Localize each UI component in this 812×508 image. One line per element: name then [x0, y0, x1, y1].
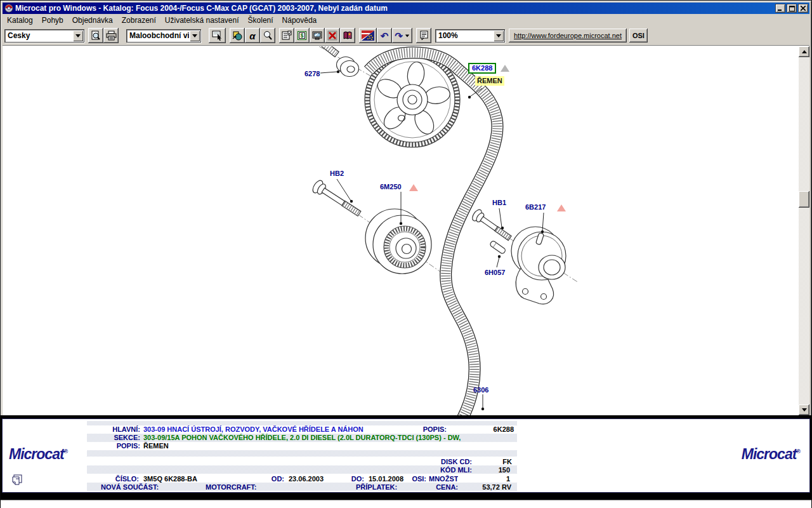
- redo-dropdown-arrow[interactable]: [405, 34, 409, 37]
- part-label-hb2[interactable]: HB2: [330, 170, 344, 177]
- kod-mli-label: KÓD MLI:: [383, 466, 472, 474]
- pin-6h057[interactable]: [489, 240, 506, 254]
- vertical-scrollbar[interactable]: [799, 46, 809, 415]
- toolbar: Cesky Maloobchodní vi: [3, 26, 809, 46]
- print-preview-button[interactable]: [88, 28, 103, 43]
- menu-uzivatelska-nastaveni[interactable]: Uživatelská nastavení: [160, 15, 244, 25]
- minimize-button[interactable]: [775, 4, 785, 13]
- menu-katalog[interactable]: Katalog: [3, 15, 37, 25]
- selected-part-name[interactable]: ŘEMEN: [475, 76, 504, 86]
- screen-view-button[interactable]: [310, 28, 325, 43]
- maximize-button[interactable]: [787, 4, 797, 13]
- mnozstvi-value: 1: [472, 475, 510, 483]
- row-sekce: SEKCE: 303-09/15A POHON VAČKOVÉHO HŘÍDEL…: [3, 434, 809, 442]
- view-mode-select[interactable]: Maloobchodní vi: [126, 29, 201, 43]
- note-icon: [419, 30, 429, 41]
- row-cena: NOVÁ SOUČÁST: MOTORCRAFT: PŘÍPLATEK: CEN…: [3, 483, 809, 491]
- undo-button[interactable]: ↶: [377, 28, 392, 43]
- print-button[interactable]: [103, 28, 119, 43]
- popis-value: ŘEMEN: [143, 442, 169, 450]
- hlavni-label: HLAVNÍ:: [87, 425, 140, 434]
- undo-icon: ↶: [381, 31, 389, 41]
- sekce-value: 303-09/15A POHON VAČKOVÉHO HŘÍDELE, 2.0 …: [143, 434, 461, 442]
- scrollbar-thumb[interactable]: [799, 191, 809, 208]
- alpha-index-button[interactable]: α: [245, 28, 260, 43]
- osi-button[interactable]: OSI: [629, 29, 648, 43]
- attention-triangle-6b217: [557, 204, 566, 211]
- part-label-6306[interactable]: 6306: [473, 386, 488, 394]
- stripe: [87, 421, 517, 425]
- diagram-canvas[interactable]: 6278 HB2 6M250 HB1 6B217 6H057 6306 6K28…: [3, 46, 809, 415]
- sekce-label: SEKCE:: [87, 434, 140, 442]
- selected-part-code[interactable]: 6K288: [468, 63, 496, 74]
- priplatek-label: PŘÍPLATEK:: [356, 483, 413, 491]
- window-title: Microcat pro Windows - Katalog: Focus 20…: [15, 4, 388, 13]
- pointer-select-icon: [212, 30, 223, 41]
- print-preview-icon: [91, 30, 101, 41]
- language-select[interactable]: Cesky: [4, 29, 84, 43]
- part-label-6h057[interactable]: 6H057: [485, 269, 505, 276]
- bolt-hb1[interactable]: [471, 208, 514, 244]
- delete-button[interactable]: [325, 28, 340, 43]
- notes-button[interactable]: [416, 28, 431, 43]
- flag-icon: [362, 30, 374, 41]
- menu-napoveda[interactable]: Nápověda: [278, 15, 322, 25]
- book-icon: [343, 30, 353, 41]
- tensioner-6b217[interactable]: [511, 227, 566, 304]
- notes-page-icon[interactable]: [11, 474, 23, 486]
- language-flag-button[interactable]: [359, 28, 377, 43]
- zoom-level-select[interactable]: 100%: [435, 29, 505, 43]
- close-button[interactable]: [798, 4, 808, 13]
- parts-list-icon: [282, 30, 292, 41]
- app-icon: [4, 4, 13, 13]
- popis-label: POPIS:: [87, 442, 140, 450]
- redo-button[interactable]: ↷: [392, 28, 412, 43]
- title-bar: Microcat pro Windows - Katalog: Focus 20…: [3, 3, 809, 14]
- svg-text:$: $: [300, 32, 303, 39]
- bolt-hb2[interactable]: [311, 179, 363, 220]
- graphical-index-button[interactable]: [230, 28, 245, 43]
- printer-icon: [106, 30, 117, 41]
- scroll-up-button[interactable]: [799, 46, 809, 57]
- row-cislo: ČÍSLO: 3M5Q 6K288-BA OD: 23.06.2003 DO: …: [3, 475, 809, 483]
- do-value: 15.01.2008: [369, 475, 403, 483]
- part-label-hb1[interactable]: HB1: [492, 199, 506, 206]
- stripe: [87, 450, 517, 457]
- attention-triangle-6m250: [409, 184, 418, 191]
- parts-list-button[interactable]: [279, 28, 294, 43]
- cislo-value: 3M5Q 6K288-BA: [143, 475, 197, 483]
- price-book-button[interactable]: $: [294, 28, 310, 43]
- nova-soucast-label: NOVÁ SOUČÁST:: [101, 483, 171, 491]
- catalog-book-button[interactable]: [340, 28, 355, 43]
- menu-skoleni[interactable]: Školení: [244, 15, 278, 25]
- view-mode-select-arrow[interactable]: [190, 30, 200, 41]
- row-kod-mli: KÓD MLI: 150: [3, 466, 809, 474]
- washer-6278[interactable]: [337, 57, 359, 77]
- part-label-6m250[interactable]: 6M250: [380, 183, 402, 190]
- delete-x-icon: [327, 30, 337, 41]
- hlavni-value: 303-09 HNACÍ ÚSTROJÍ, ROZVODY, VAČKOVÉ H…: [143, 425, 363, 434]
- menu-pohyb[interactable]: Pohyb: [37, 15, 68, 25]
- part-label-6278[interactable]: 6278: [304, 70, 320, 77]
- zoom-level-select-arrow[interactable]: [494, 30, 504, 41]
- part-info-panel: HLAVNÍ: 303-09 HNACÍ ÚSTROJÍ, ROZVODY, V…: [1, 415, 811, 500]
- popis-code-value: 6K288: [472, 425, 514, 434]
- website-link-button[interactable]: http://www.fordeurope.microcat.net: [509, 29, 627, 43]
- popis-code-label: POPIS:: [421, 425, 447, 434]
- row-popis: POPIS: ŘEMEN: [3, 442, 809, 450]
- cena-value: 53,72 RV: [464, 483, 511, 491]
- idler-pulley-6m250[interactable]: [365, 209, 431, 274]
- status-strip: [1, 500, 811, 508]
- menu-zobrazeni[interactable]: Zobrazení: [117, 15, 160, 25]
- menu-objednavka[interactable]: Objednávka: [68, 15, 117, 25]
- part-label-6b217[interactable]: 6B217: [525, 203, 546, 211]
- language-select-arrow[interactable]: [73, 30, 83, 41]
- scroll-down-button[interactable]: [799, 404, 809, 415]
- inactive-triangle-6k288: [501, 65, 509, 72]
- zoom-tool-button[interactable]: [260, 28, 275, 43]
- hotspot-select-button[interactable]: [209, 28, 226, 43]
- top-bolt: [313, 46, 339, 57]
- row-hlavni: HLAVNÍ: 303-09 HNACÍ ÚSTROJÍ, ROZVODY, V…: [3, 425, 809, 434]
- mnozstvi-label: MNOŽST.:: [429, 475, 458, 483]
- row-disk-cd: DISK CD: FK: [3, 458, 809, 466]
